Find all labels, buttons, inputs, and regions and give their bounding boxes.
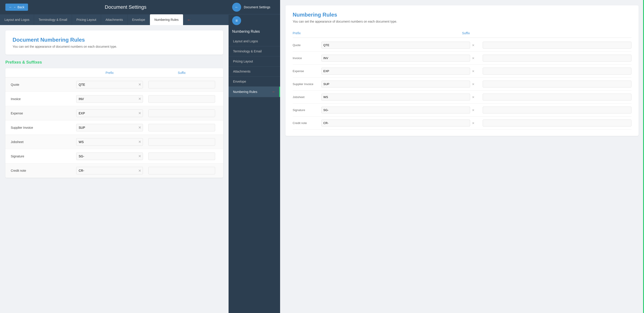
supplier-prefix-clear[interactable]: ✕	[138, 125, 141, 130]
sidebar-item-layout[interactable]: Layout and Logos	[228, 36, 280, 46]
sidebar-menu-button[interactable]: ≡	[232, 16, 241, 25]
right-table-row: Supplier Invoice ✕	[293, 78, 632, 91]
tab-bar: Layout and Logos Terminology & Email Pri…	[0, 14, 228, 25]
invoice-suffix-input[interactable]	[148, 95, 215, 103]
quote-prefix-input[interactable]	[76, 81, 143, 88]
page-title: Document Settings	[28, 4, 223, 10]
quote-suffix-input[interactable]	[148, 81, 215, 88]
expense-prefix-wrapper: ✕	[76, 109, 143, 117]
prefixes-table: Prefix Suffix Quote ✕ Invoice	[6, 68, 223, 178]
prefix-col-header: Prefix	[74, 71, 146, 74]
right-quote-suffix[interactable]	[483, 42, 632, 48]
creditnote-suffix-input[interactable]	[148, 167, 215, 174]
right-table-row: Credit note ✕	[293, 117, 632, 130]
sidebar-item-pricing[interactable]: Pricing Layout	[228, 56, 280, 66]
right-creditnote-prefix[interactable]	[321, 120, 470, 126]
supplier-suffix-input[interactable]	[148, 124, 215, 131]
expense-suffix-input[interactable]	[148, 109, 215, 117]
tab-layout[interactable]: Layout and Logos	[0, 14, 34, 25]
sidebar-back-button[interactable]: ←	[232, 3, 241, 12]
prefixes-title: Prefixes & Suffixes	[6, 60, 223, 65]
main-section-subtitle: You can set the appearance of document n…	[12, 45, 216, 48]
right-expense-suffix[interactable]	[483, 68, 632, 74]
right-table-row: Expense ✕	[293, 65, 632, 78]
right-table-row: Invoice ✕	[293, 52, 632, 65]
back-button[interactable]: ← ← Back	[6, 3, 28, 11]
jobsheet-prefix-input[interactable]	[76, 138, 143, 146]
sidebar-item-terminology[interactable]: Terminology & Email	[228, 46, 280, 56]
right-quote-prefix[interactable]	[321, 42, 470, 48]
expense-prefix-input[interactable]	[76, 109, 143, 117]
sidebar: ← Document Settings ≡ Numbering Rules La…	[228, 0, 280, 313]
right-supplier-suffix[interactable]	[483, 81, 632, 87]
expense-prefix-clear[interactable]: ✕	[138, 111, 141, 115]
tab-arrow-indicator: ←	[183, 14, 195, 25]
right-row-label: Expense	[293, 69, 320, 73]
back-arrow-icon: ←	[9, 5, 12, 9]
right-row-label: Jobsheet	[293, 95, 320, 99]
table-row: Supplier Invoice ✕	[6, 120, 223, 135]
sidebar-item-envelope[interactable]: Envelope	[228, 77, 280, 87]
jobsheet-suffix-input[interactable]	[148, 138, 215, 146]
right-section-title: Numbering Rules	[293, 12, 632, 18]
invoice-prefix-wrapper: ✕	[76, 95, 143, 103]
hamburger-icon: ≡	[236, 18, 238, 23]
right-creditnote-clear[interactable]: ✕	[472, 121, 481, 125]
supplier-prefix-input[interactable]	[76, 124, 143, 131]
label-col-header	[11, 71, 74, 74]
back-label: ← Back	[14, 5, 24, 9]
creditnote-prefix-input[interactable]	[76, 167, 143, 174]
right-invoice-prefix[interactable]	[321, 55, 470, 61]
right-supplier-prefix[interactable]	[321, 81, 470, 87]
signature-suffix-input[interactable]	[148, 152, 215, 160]
signature-prefix-input[interactable]	[76, 152, 143, 160]
sidebar-item-numbering[interactable]: Numbering Rules ←	[228, 87, 280, 97]
invoice-prefix-input[interactable]	[76, 95, 143, 103]
supplier-prefix-wrapper: ✕	[76, 124, 143, 131]
table-row: Credit note ✕	[6, 163, 223, 178]
right-expense-clear[interactable]: ✕	[472, 69, 481, 73]
right-table-row: Quote ✕	[293, 39, 632, 52]
jobsheet-prefix-clear[interactable]: ✕	[138, 140, 141, 144]
content-area: Document Numbering Rules You can set the…	[0, 25, 228, 313]
right-signature-suffix[interactable]	[483, 107, 632, 113]
row-label: Invoice	[11, 97, 74, 101]
right-jobsheet-suffix[interactable]	[483, 94, 632, 100]
right-signature-clear[interactable]: ✕	[472, 108, 481, 112]
right-jobsheet-prefix[interactable]	[321, 94, 470, 100]
tab-terminology[interactable]: Terminology & Email	[34, 14, 72, 25]
row-label: Supplier Invoice	[11, 126, 74, 129]
tab-envelope[interactable]: Envelope	[128, 14, 150, 25]
signature-prefix-clear[interactable]: ✕	[138, 154, 141, 158]
suffix-col-header: Suffix	[146, 71, 218, 74]
invoice-prefix-clear[interactable]: ✕	[138, 97, 141, 101]
supplier-suffix-wrapper	[148, 124, 215, 131]
tab-numbering[interactable]: Numbering Rules	[150, 14, 183, 25]
right-expense-prefix[interactable]	[321, 68, 470, 74]
right-quote-clear[interactable]: ✕	[472, 43, 481, 47]
right-row-label: Invoice	[293, 56, 320, 60]
right-invoice-suffix[interactable]	[483, 55, 632, 61]
right-prefix-header: Prefix	[293, 31, 462, 35]
tab-pricing[interactable]: Pricing Layout	[72, 14, 101, 25]
sidebar-item-attachments[interactable]: Attachments	[228, 66, 280, 77]
right-row-label: Signature	[293, 108, 320, 112]
green-accent-bar	[643, 0, 644, 313]
right-creditnote-suffix[interactable]	[483, 120, 632, 126]
right-signature-prefix[interactable]	[321, 107, 470, 113]
right-jobsheet-clear[interactable]: ✕	[472, 95, 481, 99]
right-invoice-clear[interactable]: ✕	[472, 56, 481, 60]
creditnote-suffix-wrapper	[148, 167, 215, 174]
creditnote-prefix-clear[interactable]: ✕	[138, 169, 141, 173]
right-supplier-clear[interactable]: ✕	[472, 82, 481, 86]
right-content-preview: Numbering Rules You can set the appearan…	[280, 0, 644, 313]
quote-prefix-clear[interactable]: ✕	[138, 82, 141, 87]
right-table-body: Quote ✕ Invoice ✕ Expense ✕	[293, 39, 632, 130]
table-row: Jobsheet ✕	[6, 135, 223, 149]
quote-suffix-wrapper	[148, 81, 215, 88]
table-row: Quote ✕	[6, 77, 223, 92]
tab-attachments[interactable]: Attachments	[101, 14, 128, 25]
left-panel: ← ← Back Document Settings Layout and Lo…	[0, 0, 228, 313]
main-section-title: Document Numbering Rules	[12, 37, 216, 43]
sidebar-active-arrow: ←	[272, 90, 276, 94]
